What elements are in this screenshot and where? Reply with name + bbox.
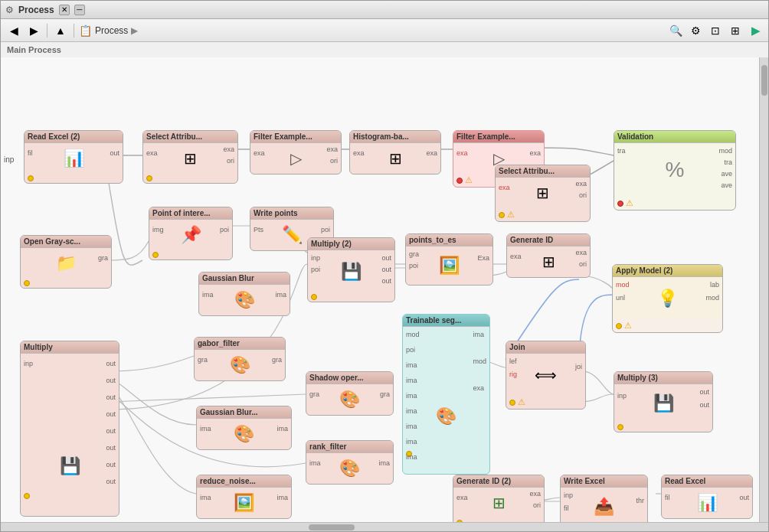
node-multiply-2-footer xyxy=(308,292,394,302)
status-yellow-11 xyxy=(617,424,623,430)
node-read-excel-1-icon: 📊 xyxy=(697,493,718,513)
node-points-to-es[interactable]: points_to_es gra poi 🖼️ Exa xyxy=(405,233,493,286)
node-apply-model-2-header: Apply Model (2) xyxy=(613,265,722,277)
port-exa-l: exa xyxy=(146,149,158,157)
port-ave-r: ave xyxy=(721,170,732,178)
node-point-of-interest[interactable]: Point of intere... img 📌 poi xyxy=(149,207,233,260)
node-generate-id[interactable]: Generate ID exa ⊞ exa ori xyxy=(506,233,591,278)
port-ima-r: ima xyxy=(378,459,390,467)
node-multiply-3[interactable]: Multiply (3) inp 💾 out out xyxy=(614,371,713,432)
status-yellow-4 xyxy=(152,252,159,258)
port-ima-r: ima xyxy=(473,331,486,338)
search-button[interactable]: 🔍 xyxy=(667,22,684,39)
layout-button-2[interactable]: ⊞ xyxy=(727,22,744,39)
port-ima-l: ima xyxy=(202,291,214,299)
node-gaussian-blur-1[interactable]: Gaussian Blur ima 🎨 ima xyxy=(198,272,290,316)
port-ima-1: ima xyxy=(406,361,420,369)
back-button[interactable]: ◀ xyxy=(5,22,22,39)
run-button[interactable]: ▶ xyxy=(747,22,764,39)
port-ori: ori xyxy=(227,157,234,165)
port-poi-r: poi xyxy=(321,226,330,233)
node-open-gray[interactable]: Open Gray-sc... 📁 gra xyxy=(20,235,112,289)
port-exa-r: exa xyxy=(575,249,587,256)
port-exa-l: exa xyxy=(456,494,468,501)
port-ori-2: ori xyxy=(579,191,587,199)
node-shadow-oper[interactable]: Shadow oper... gra 🎨 gra xyxy=(306,371,394,416)
node-points-to-es-header: points_to_es xyxy=(406,234,492,246)
node-rank-filter-icon: 🎨 xyxy=(339,459,360,478)
node-rank-filter[interactable]: rank_filter ima 🎨 ima xyxy=(306,440,394,485)
node-trainable-seg[interactable]: Trainable seg... mod poi ima ima ima ima… xyxy=(402,314,490,475)
port-thr-r: thr xyxy=(636,497,644,504)
port-tra-r: tra xyxy=(724,158,732,166)
port-img: img xyxy=(152,226,164,233)
vertical-scrollbar[interactable] xyxy=(759,57,768,522)
horizontal-scrollbar[interactable] xyxy=(1,522,768,531)
breadcrumb: 📋 Process ▶ xyxy=(79,24,138,37)
forward-button[interactable]: ▶ xyxy=(25,22,42,39)
trainable-ports-left: mod poi ima ima ima ima ima ima ima xyxy=(406,331,420,461)
port-unl-l: unl xyxy=(616,294,625,302)
node-filter-example-1-body: exa ▷ exa ori xyxy=(250,143,341,174)
canvas-inner[interactable]: Read Excel (2) fil 📊 out Select Attribu.… xyxy=(1,57,759,522)
node-gaussian-blur-2[interactable]: Gaussian Blur... ima 🎨 ima xyxy=(196,406,292,450)
port-poi-l: poi xyxy=(311,266,320,273)
scrollbar-thumb-v[interactable] xyxy=(761,65,767,96)
node-apply-model-2[interactable]: Apply Model (2) mod unl 💡 lab mod ⚠ xyxy=(612,264,723,333)
status-yellow-10 xyxy=(509,400,515,406)
port-fil-l: fil xyxy=(564,504,569,512)
breadcrumb-icon: 📋 xyxy=(79,24,92,37)
node-join[interactable]: Join lef rig ⟺ joi ⚠ xyxy=(506,341,586,410)
node-read-excel-1[interactable]: Read Excel fil 📊 out xyxy=(661,475,753,519)
node-filter-example-1[interactable]: Filter Example... exa ▷ exa ori xyxy=(250,130,342,175)
port-gra: gra xyxy=(98,254,108,262)
layout-button-1[interactable]: ⊡ xyxy=(707,22,724,39)
node-write-excel[interactable]: Write Excel inp fil 📤 thr xyxy=(560,475,648,522)
node-point-of-interest-footer xyxy=(149,250,232,259)
node-select-attrib-2[interactable]: Select Attribu... exa ⊞ exa ori ⚠ xyxy=(495,165,591,222)
node-gaussian-blur-1-icon: 🎨 xyxy=(234,290,255,310)
port-ima-r: ima xyxy=(277,494,288,501)
warning-icon-3: ⚠ xyxy=(507,210,515,220)
node-gaussian-blur-1-body: ima 🎨 ima xyxy=(199,285,290,315)
port-out-3: out xyxy=(106,393,116,401)
port-exa-l: exa xyxy=(353,149,365,157)
node-write-points-header: Write points xyxy=(250,207,333,220)
port-joi: joi xyxy=(575,363,582,370)
close-button[interactable]: ✕ xyxy=(59,5,70,15)
port-ima-4: ima xyxy=(406,407,420,415)
port-ima-l: ima xyxy=(309,459,321,467)
port-out-2: out xyxy=(381,266,391,273)
node-multiply-3-body: inp 💾 out out xyxy=(614,384,712,423)
port-ima-6: ima xyxy=(406,438,420,446)
node-read-excel-2[interactable]: Read Excel (2) fil 📊 out xyxy=(24,130,123,184)
port-lef: lef xyxy=(509,357,517,365)
port-out-1: out xyxy=(106,360,116,367)
settings-button[interactable]: ⚙ xyxy=(687,22,704,39)
node-multiply[interactable]: Multiply inp 💾 out out out out out out o… xyxy=(20,341,119,517)
status-yellow-6 xyxy=(311,294,317,300)
breadcrumb-arrow: ▶ xyxy=(131,25,138,36)
up-button[interactable]: ▲ xyxy=(52,22,69,39)
node-select-attrib-1[interactable]: Select Attribu... exa ⊞ exa ori xyxy=(142,130,238,184)
port-out-2r: out xyxy=(699,401,709,409)
port-gra-l: gra xyxy=(309,390,319,398)
node-reduce-noise[interactable]: reduce_noise... ima 🖼️ ima xyxy=(196,475,292,519)
node-generate-id-2[interactable]: Generate ID (2) exa ⊞ exa ori xyxy=(453,475,545,522)
node-multiply-icon: 💾 xyxy=(60,456,80,476)
minimize-button[interactable]: ─ xyxy=(74,5,85,15)
port-exa-r: exa xyxy=(426,149,437,157)
scrollbar-thumb-h[interactable] xyxy=(309,524,355,530)
multiply-ports-right: out out out out out out out out xyxy=(106,360,116,485)
port-inp-l: inp xyxy=(311,254,320,262)
node-histogram-body: exa ⊞ exa xyxy=(350,143,440,174)
node-multiply-2[interactable]: Multiply (2) inp poi 💾 out out out xyxy=(307,237,395,302)
node-histogram[interactable]: Histogram-ba... exa ⊞ exa xyxy=(349,130,441,175)
node-join-footer: ⚠ xyxy=(506,396,585,409)
node-gabor-filter[interactable]: gabor_filter gra 🎨 gra xyxy=(194,337,286,381)
warning-icon: ⚠ xyxy=(465,175,473,185)
warning-icon-2: ⚠ xyxy=(626,198,633,208)
port-ima-l: ima xyxy=(200,494,211,501)
node-apply-model-2-icon: 💡 xyxy=(657,289,678,308)
node-validation[interactable]: Validation tra % mod tra ave ave ⚠ xyxy=(614,130,736,211)
